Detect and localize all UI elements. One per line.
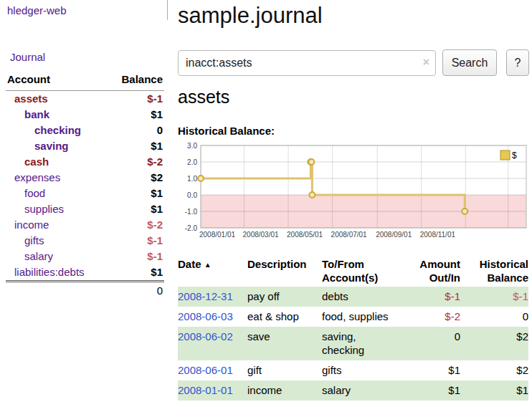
account-balance: $1 [108,264,165,282]
transaction-amount: $1 [397,360,460,380]
account-row-bank: bank $1 [6,107,164,123]
account-balance: $-1 [108,249,165,264]
account-balance: $1 [108,107,165,123]
account-link-gifts[interactable]: gifts [24,234,44,246]
account-link-salary[interactable]: salary [24,250,53,262]
clear-search-icon[interactable]: × [423,57,429,68]
account-balance: $-1 [108,233,165,249]
transaction-row: 2008-12-31 pay off debts $-1 $-1 [178,287,528,307]
account-row-saving: saving $1 [6,138,164,154]
account-balance: $2 [108,170,165,186]
account-row-checking: checking 0 [6,123,164,138]
account-heading: assets [178,87,229,107]
account-link-cash[interactable]: cash [24,155,49,168]
account-row-supplies: supplies $1 [6,201,164,217]
account-link-bank[interactable]: bank [24,108,49,120]
account-row-liabilities-debts: liabilities:debts $1 [6,264,164,282]
transaction-amount: $1 [397,380,460,401]
column-header-balance[interactable]: Historical Balance [460,257,528,287]
account-row-salary: salary $-1 [6,249,164,264]
svg-text:3.0: 3.0 [187,142,197,150]
transaction-date-link[interactable]: 2008-12-31 [178,290,233,302]
account-row-cash: cash $-2 [6,154,164,170]
svg-text:$: $ [512,150,517,160]
account-balance: 0 [108,123,165,138]
svg-text:2008/11/01: 2008/11/01 [420,231,456,239]
transaction-amount: 0 [397,327,460,360]
accounts-header-account: Account [6,72,108,91]
transaction-balance: $2 [460,360,528,380]
app-brand-link[interactable]: hledger-web [7,4,67,16]
account-row-expenses: expenses $2 [6,170,164,186]
transaction-accounts: salary [322,380,397,401]
account-balance: $1 [108,201,165,217]
accounts-header-balance: Balance [108,72,165,91]
svg-text:2008/07/01: 2008/07/01 [331,231,367,239]
top-divider [167,0,168,20]
svg-text:2.0: 2.0 [187,158,197,166]
transaction-accounts: saving, checking [322,327,397,360]
account-link-income[interactable]: income [14,219,49,231]
transaction-date-link[interactable]: 2008-01-01 [178,384,233,396]
account-balance: $-2 [108,154,165,170]
transaction-accounts: debts [322,287,397,307]
help-button[interactable]: ? [506,49,529,76]
search-button[interactable]: Search [442,49,497,76]
column-header-amount[interactable]: Amount Out/In [397,257,460,287]
account-link-food[interactable]: food [24,187,45,199]
search-bar: × Search ? [178,49,529,76]
accounts-total-value: 0 [108,282,165,299]
accounts-total-row: 0 [6,282,164,299]
transaction-balance: 0 [460,307,528,327]
transaction-description: save [247,327,322,360]
balance-chart-svg: 3.02.01.00.0-1.0-2.02008/01/012008/03/01… [176,141,529,241]
svg-text:2008/09/01: 2008/09/01 [376,231,412,239]
page-title: sample.journal [178,3,323,29]
transaction-amount: $-2 [397,307,460,327]
nav-journal-link[interactable]: Journal [10,51,45,63]
column-header-date[interactable]: Date ▲ [178,257,247,287]
accounts-table: Account Balance assets $-1 bank $1 check… [6,72,164,299]
account-link-liabilities-debts[interactable]: liabilities:debts [14,266,85,278]
account-row-food: food $1 [6,186,164,201]
svg-text:1.0: 1.0 [187,175,197,183]
transaction-amount: $-1 [397,287,460,307]
transaction-date-link[interactable]: 2008-06-01 [178,364,233,376]
transaction-row: 2008-06-01 gift gifts $1 $2 [178,360,528,380]
transaction-balance: $1 [460,380,528,401]
svg-text:-2.0: -2.0 [185,224,198,232]
transaction-description: pay off [247,287,322,307]
sort-ascending-icon: ▲ [204,261,212,269]
svg-text:2008/01/01: 2008/01/01 [199,231,235,239]
search-input[interactable] [178,50,436,76]
svg-text:-1.0: -1.0 [185,208,198,216]
accounts-header-row: Account Balance [6,72,164,91]
transaction-date-link[interactable]: 2008-06-02 [178,330,233,342]
account-link-expenses[interactable]: expenses [14,171,60,183]
transaction-description: gift [247,360,322,380]
column-header-accounts[interactable]: To/From Account(s) [322,257,397,287]
account-row-income: income $-2 [6,217,164,233]
column-header-date-label: Date [178,258,201,270]
transaction-date-link[interactable]: 2008-06-03 [178,310,233,322]
account-row-gifts: gifts $-1 [6,233,164,249]
transaction-balance: $-1 [460,287,528,307]
chart-title: Historical Balance: [178,125,275,137]
balance-chart: 3.02.01.00.0-1.0-2.02008/01/012008/03/01… [176,141,529,241]
register-header-row: Date ▲ Description To/From Account(s) Am… [178,257,528,287]
register-table: Date ▲ Description To/From Account(s) Am… [178,257,528,401]
account-balance: $-2 [108,217,165,233]
account-link-supplies[interactable]: supplies [24,203,64,215]
column-header-description[interactable]: Description [247,257,322,287]
transaction-description: eat & shop [247,307,322,327]
account-row-assets: assets $-1 [6,91,164,107]
transaction-accounts: food, supplies [322,307,397,327]
svg-text:0.0: 0.0 [187,191,197,199]
transaction-description: income [247,380,322,401]
transaction-row: 2008-06-03 eat & shop food, supplies $-2… [178,307,528,327]
account-link-checking[interactable]: checking [34,124,81,136]
account-link-saving[interactable]: saving [34,140,69,152]
account-link-assets[interactable]: assets [14,92,48,105]
transaction-accounts: gifts [322,360,397,380]
transaction-row: 2008-06-02 save saving, checking 0 $2 [178,327,528,360]
